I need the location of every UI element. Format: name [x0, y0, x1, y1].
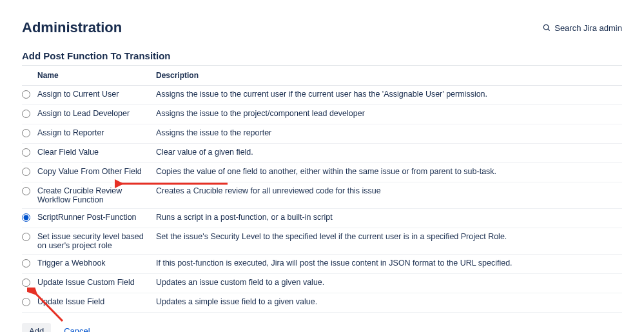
search-label: Search Jira admin — [554, 23, 622, 33]
post-function-radio[interactable] — [22, 168, 30, 176]
post-function-name: Assign to Current User — [37, 86, 156, 105]
post-function-radio[interactable] — [22, 298, 30, 306]
post-function-name: Set issue security level based on user's… — [37, 228, 156, 255]
table-row[interactable]: Update Issue FieldUpdates a simple issue… — [22, 293, 622, 313]
post-function-description: Updates an issue custom field to a given… — [156, 274, 622, 293]
table-row[interactable]: Assign to Current UserAssigns the issue … — [22, 86, 622, 105]
post-function-name: Assign to Reporter — [37, 124, 156, 144]
table-row[interactable]: Assign to ReporterAssigns the issue to t… — [22, 124, 622, 144]
post-function-description: Clear value of a given field. — [156, 144, 622, 163]
post-function-name: Clear Field Value — [37, 144, 156, 163]
post-function-description: Copies the value of one field to another… — [156, 163, 622, 182]
post-function-table: Name Description Assign to Current UserA… — [22, 66, 622, 313]
post-function-radio[interactable] — [22, 278, 30, 287]
post-function-description: Assigns the issue to the current user if… — [156, 86, 622, 105]
post-function-radio[interactable] — [22, 233, 30, 241]
svg-point-0 — [544, 24, 549, 30]
post-function-name: Trigger a Webhook — [37, 255, 156, 274]
table-row[interactable]: Assign to Lead DeveloperAssigns the issu… — [22, 105, 622, 124]
post-function-name: Create Crucible Review Workflow Function — [37, 182, 156, 209]
svg-line-1 — [548, 29, 550, 31]
table-row[interactable]: Update Issue Custom FieldUpdates an issu… — [22, 274, 622, 293]
post-function-name: ScriptRunner Post-Function — [37, 209, 156, 228]
post-function-name: Update Issue Field — [37, 293, 156, 313]
post-function-radio[interactable] — [22, 259, 30, 268]
table-row[interactable]: Clear Field ValueClear value of a given … — [22, 144, 622, 163]
table-row[interactable]: Create Crucible Review Workflow Function… — [22, 182, 622, 209]
post-function-description: If this post-function is executed, Jira … — [156, 255, 622, 274]
post-function-description: Updates a simple issue field to a given … — [156, 293, 622, 313]
post-function-description: Creates a Crucible review for all unrevi… — [156, 182, 622, 209]
table-row[interactable]: Trigger a WebhookIf this post-function i… — [22, 255, 622, 274]
post-function-name: Copy Value From Other Field — [37, 163, 156, 182]
search-icon — [542, 23, 551, 32]
col-header-description: Description — [156, 66, 622, 86]
add-button[interactable]: Add — [22, 323, 51, 332]
post-function-name: Assign to Lead Developer — [37, 105, 156, 124]
post-function-radio[interactable] — [22, 129, 30, 137]
cancel-button[interactable]: Cancel — [64, 326, 90, 332]
post-function-radio[interactable] — [22, 187, 30, 195]
table-row[interactable]: Copy Value From Other FieldCopies the va… — [22, 163, 622, 182]
section-title: Add Post Function To Transition — [22, 50, 622, 66]
search-jira-admin[interactable]: Search Jira admin — [542, 23, 622, 33]
table-row[interactable]: Set issue security level based on user's… — [22, 228, 622, 255]
post-function-name: Update Issue Custom Field — [37, 274, 156, 293]
post-function-radio[interactable] — [22, 148, 30, 157]
post-function-radio[interactable] — [22, 110, 30, 118]
post-function-radio[interactable] — [22, 213, 30, 222]
page-title: Administration — [22, 19, 122, 36]
post-function-description: Runs a script in a post-function, or a b… — [156, 209, 622, 228]
table-row[interactable]: ScriptRunner Post-FunctionRuns a script … — [22, 209, 622, 228]
post-function-description: Set the issue's Security Level to the sp… — [156, 228, 622, 255]
post-function-radio[interactable] — [22, 90, 30, 99]
post-function-description: Assigns the issue to the project/compone… — [156, 105, 622, 124]
post-function-description: Assigns the issue to the reporter — [156, 124, 622, 144]
col-header-name: Name — [37, 66, 156, 86]
